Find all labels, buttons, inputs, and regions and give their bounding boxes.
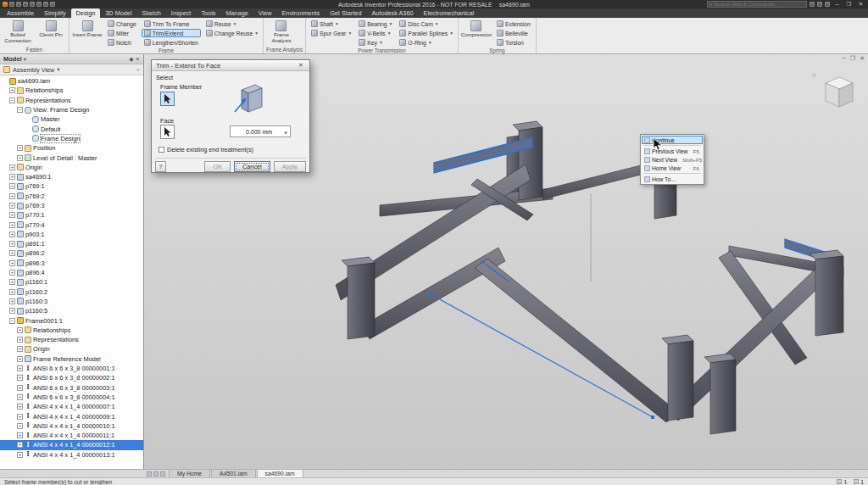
browser-find-icon[interactable]: ⌕ [136, 66, 140, 73]
reuse-button[interactable]: Reuse▾ [203, 20, 260, 28]
tree-expander-icon[interactable]: + [9, 212, 15, 218]
tree-expander-icon[interactable]: + [17, 375, 23, 381]
frame-member[interactable] [710, 360, 736, 434]
tree-item-ansi-6-x-6-x-3-8-00000001-1[interactable]: +IANSI 6 x 6 x 3_8 00000001:1 [0, 364, 143, 373]
update-icon[interactable] [50, 2, 55, 7]
panel-label-power-transmission[interactable]: Power Transmission [309, 47, 455, 54]
offset-input[interactable]: 0.000 mm ▸ [230, 125, 291, 137]
document-tab-my-home[interactable]: My Home [169, 469, 210, 477]
trim-to-frame-button[interactable]: Trim To Frame [142, 20, 201, 28]
browser-close-icon[interactable]: ✕ [136, 56, 140, 63]
tree-expander-icon[interactable]: + [9, 203, 15, 209]
tree-expander-icon[interactable]: + [9, 308, 15, 314]
tree-expander-icon[interactable]: + [17, 452, 23, 458]
sign-in-icon[interactable] [810, 2, 815, 7]
offset-stepper-icon[interactable]: ▸ [285, 129, 287, 135]
tree-item-ansi-6-x-6-x-3-8-00000002-1[interactable]: +IANSI 6 x 6 x 3_8 00000002:1 [0, 373, 143, 382]
disc-cam-button[interactable]: Disc Cam▾ [397, 20, 455, 28]
dimension-handle[interactable] [651, 415, 654, 419]
parallel-splines-button[interactable]: Parallel Splines▾ [397, 29, 455, 37]
maximize-button[interactable]: ❐ [844, 1, 854, 8]
context-menu-item-next-view[interactable]: Next ViewShift+F5 [642, 155, 703, 164]
ribbon-tab-get-started[interactable]: Get Started [325, 8, 366, 18]
tree-expander-icon[interactable]: + [9, 174, 15, 180]
offset-value[interactable]: 0.000 mm [233, 129, 285, 135]
tree-expander-icon[interactable]: + [17, 432, 23, 438]
ribbon-tab-tools[interactable]: Tools [196, 8, 220, 18]
tree-expander-icon[interactable]: + [9, 87, 15, 93]
panel-label-frame[interactable]: Frame [72, 47, 260, 54]
tree-item-p1160-5[interactable]: +p1160:5 [0, 306, 143, 315]
ribbon-tab-electromechanical[interactable]: Electromechanical [419, 8, 480, 18]
tree-item-frame0001-1[interactable]: −Frame0001:1 [0, 315, 143, 325]
tree-item-ansi-4-x-4-x-1-4-00000011-1[interactable]: +IANSI 4 x 4 x 1_4 00000011:1 [0, 431, 143, 440]
tree-item-sa4690-iam[interactable]: sa4690.iam [0, 76, 143, 86]
tree-item-relationships[interactable]: +Relationships [0, 326, 143, 335]
tree-expander-icon[interactable]: + [9, 241, 15, 247]
tree-item-p896-4[interactable]: +p896:4 [0, 268, 143, 277]
tree-item-representations[interactable]: −Representations [0, 96, 143, 105]
redo-icon[interactable] [36, 2, 42, 7]
shaft-button[interactable]: Shaft▾ [309, 20, 353, 28]
ribbon-tab-manage[interactable]: Manage [220, 8, 253, 18]
document-tab-sa4690-iam[interactable]: sa4690.iam [257, 469, 303, 477]
pin-icon[interactable]: ◆ [130, 56, 134, 63]
search-box[interactable]: ⌕ [707, 1, 807, 8]
tree-expander-icon[interactable]: + [9, 260, 15, 266]
tree-expander-icon[interactable]: − [9, 318, 15, 324]
tree-item-p896-2[interactable]: +p896:2 [0, 248, 143, 258]
help-icon[interactable] [825, 2, 830, 7]
dialog-help-button[interactable]: ? [155, 161, 166, 172]
frame-member[interactable] [348, 263, 375, 339]
undo-icon[interactable] [30, 2, 35, 7]
tree-item-ansi-4-x-4-x-1-4-00000012-1[interactable]: +IANSI 4 x 4 x 1_4 00000012:1 [0, 440, 143, 449]
frame-member[interactable] [668, 341, 693, 421]
belleville-button[interactable]: Belleville [494, 29, 533, 37]
ribbon-tab-design[interactable]: Design [71, 8, 101, 18]
favorites-icon[interactable] [817, 2, 822, 7]
tree-item-ansi-4-x-4-x-1-4-00000009-1[interactable]: +IANSI 4 x 4 x 1_4 00000009:1 [0, 411, 143, 421]
tree-item-ansi-4-x-4-x-1-4-00000007-1[interactable]: +IANSI 4 x 4 x 1_4 00000007:1 [0, 402, 143, 411]
tree-item-p769-1[interactable]: +p769:1 [0, 181, 143, 191]
cascade-windows-icon[interactable] [153, 471, 159, 477]
tree-item-p770-4[interactable]: +p770:4 [0, 220, 143, 229]
tree-item-position[interactable]: +Position [0, 143, 143, 153]
tree-item-relationships[interactable]: +Relationships [0, 86, 143, 95]
spur-gear-button[interactable]: Spur Gear▾ [309, 29, 353, 37]
minimize-button[interactable]: ─ [832, 1, 842, 8]
compression-button[interactable]: Compression [461, 19, 492, 38]
tree-expander-icon[interactable]: + [9, 183, 15, 189]
tree-item-view-frame-design[interactable]: −View: Frame Design [0, 105, 143, 114]
clevis-pin-button[interactable]: Clevis Pin [36, 19, 66, 38]
tree-item-ansi-4-x-4-x-1-4-00000010-1[interactable]: +IANSI 4 x 4 x 1_4 00000010:1 [0, 421, 143, 431]
ribbon-tab-inspect[interactable]: Inspect [166, 8, 197, 18]
new-icon[interactable] [9, 2, 14, 7]
tree-expander-icon[interactable]: + [17, 394, 23, 400]
o-ring-button[interactable]: O-Ring▾ [397, 38, 455, 47]
save-icon[interactable] [23, 2, 28, 7]
tree-item-frame-design[interactable]: Frame Design [0, 134, 143, 143]
document-tab-a4501-iam[interactable]: A4501.iam [211, 469, 256, 477]
apply-button[interactable]: Apply [274, 161, 306, 172]
dialog-titlebar[interactable]: Trim - Extend To Face ✕ [152, 60, 309, 71]
tree-item-sa4690-1[interactable]: +sa4690:1 [0, 172, 143, 181]
search-input[interactable] [714, 2, 804, 7]
tree-expander-icon[interactable]: + [17, 423, 23, 429]
panel-label-spring[interactable]: Spring [461, 47, 533, 54]
tree-expander-icon[interactable]: + [9, 279, 15, 285]
frame-member-select-button[interactable] [160, 92, 175, 106]
v-belts-button[interactable]: V-Belts▾ [356, 29, 394, 37]
tree-item-p1160-2[interactable]: +p1160:2 [0, 287, 143, 297]
tree-expander-icon[interactable]: + [9, 222, 15, 228]
tree-expander-icon[interactable]: + [17, 327, 23, 333]
change-button[interactable]: Change [105, 20, 139, 28]
ok-button[interactable]: OK [204, 161, 231, 172]
context-menu-item-how-to[interactable]: How To... [642, 175, 703, 183]
tree-item-p903-1[interactable]: +p903:1 [0, 230, 143, 239]
tree-item-level-of-detail-master[interactable]: +Level of Detail : Master [0, 153, 143, 162]
tile-windows-icon[interactable] [147, 471, 152, 477]
tree-expander-icon[interactable]: − [17, 107, 23, 113]
lengthen-shorten-button[interactable]: Lengthen/Shorten [142, 38, 201, 47]
tree-item-default[interactable]: Default [0, 124, 143, 133]
frame-analysis-button[interactable]: Frame Analysis [266, 19, 297, 43]
